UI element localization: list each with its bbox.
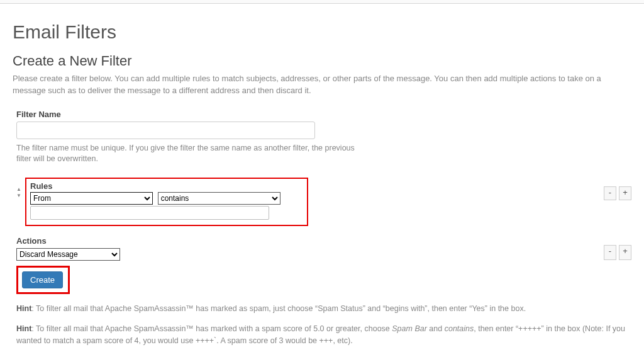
action-add-button[interactable]: + (619, 245, 631, 260)
rules-highlight-box: Rules From contains (25, 178, 308, 226)
rule-value-input[interactable] (30, 206, 269, 220)
section-title: Create a New Filter (13, 53, 631, 69)
create-button[interactable]: Create (22, 271, 63, 288)
action-select[interactable]: Discard Message (16, 248, 120, 261)
filter-name-input[interactable] (16, 122, 315, 139)
rule-add-button[interactable]: + (619, 186, 631, 200)
create-highlight-box: Create (16, 266, 70, 294)
rules-label: Rules (30, 181, 303, 191)
hint-1: Hint: To filter all mail that Apache Spa… (16, 303, 631, 315)
hint-2: Hint: To filter all mail that Apache Spa… (16, 323, 631, 347)
rule-add-remove-group: - + (604, 186, 631, 200)
page-body: Email Filters Create a New Filter Please… (0, 4, 644, 352)
intro-text: Please create a filter below. You can ad… (13, 73, 631, 97)
page-title: Email Filters (13, 21, 631, 43)
rule-match-select[interactable]: contains (158, 192, 280, 205)
action-remove-button[interactable]: - (604, 245, 616, 260)
action-add-remove-group: - + (604, 245, 631, 260)
rule-remove-button[interactable]: - (604, 186, 616, 200)
arrow-up-icon[interactable]: ▲ (16, 186, 25, 193)
filter-name-help: The filter name must be unique. If you g… (16, 143, 369, 165)
arrow-down-icon[interactable]: ▼ (16, 193, 25, 199)
actions-label: Actions (16, 236, 604, 246)
rule-part-select[interactable]: From (30, 192, 153, 205)
filter-name-label: Filter Name (16, 110, 631, 119)
rule-reorder-arrows[interactable]: ▲ ▼ (16, 186, 25, 199)
